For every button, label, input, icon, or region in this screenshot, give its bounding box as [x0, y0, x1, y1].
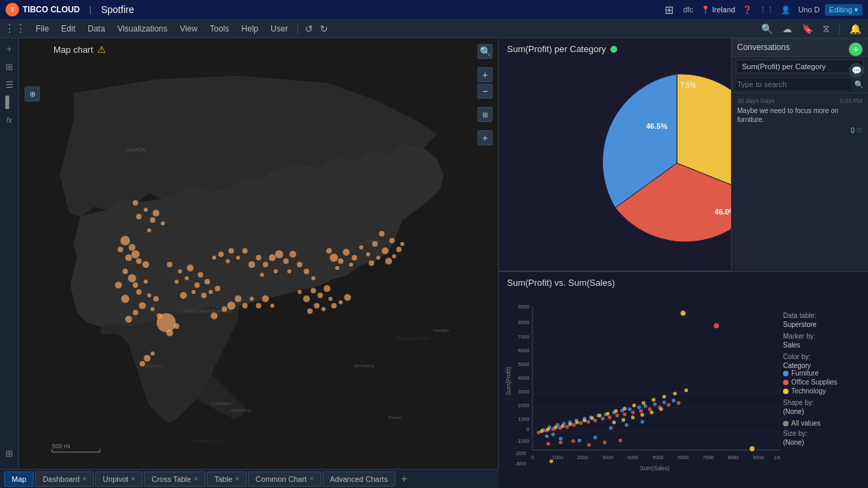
menu-visualizations[interactable]: Visualizations — [112, 23, 173, 35]
redo-icon[interactable]: ↻ — [317, 22, 331, 36]
menu-tools[interactable]: Tools — [204, 23, 234, 35]
tab-common-chart-close[interactable]: × — [310, 475, 314, 483]
conversations-title: Conversations — [737, 42, 790, 52]
tab-cross-table[interactable]: Cross Table × — [144, 472, 206, 487]
menu-edit[interactable]: Edit — [55, 23, 81, 35]
svg-point-218 — [614, 409, 617, 413]
svg-point-209 — [546, 428, 549, 431]
settings-panel-icon[interactable]: ⊞ — [2, 446, 17, 461]
svg-point-190 — [593, 419, 597, 422]
svg-text:0: 0 — [527, 426, 530, 432]
svg-text:6000: 6000 — [678, 454, 689, 461]
svg-text:Mexico City: Mexico City — [146, 364, 164, 368]
tab-common-chart[interactable]: Common Chart × — [248, 472, 321, 487]
tab-advanced-charts[interactable]: Advanced Charts — [323, 472, 395, 487]
tab-table-close[interactable]: × — [235, 475, 239, 483]
svg-point-51 — [256, 255, 262, 260]
help-icon[interactable]: ❓ — [741, 3, 754, 16]
legend-shape-by-value: (None) — [783, 408, 860, 415]
bookmark-icon[interactable]: 🔖 — [799, 22, 816, 36]
svg-point-194 — [623, 413, 626, 416]
svg-text:Caribbean Sea: Caribbean Sea — [190, 439, 223, 443]
undo-icon[interactable]: ↺ — [302, 22, 316, 36]
layers-panel-icon[interactable]: ⊞ — [2, 59, 17, 74]
barchart-panel-icon[interactable]: ▌ — [2, 95, 17, 110]
conversation-select[interactable]: Sum(Profit) per Category — [736, 60, 864, 73]
menu-drag-handle[interactable]: ⋮⋮ — [4, 22, 26, 35]
svg-point-168 — [628, 407, 631, 411]
tab-dashboard[interactable]: Dashboard × — [35, 472, 94, 487]
add-tab-btn[interactable]: + — [397, 472, 412, 487]
list-panel-icon[interactable]: ☰ — [2, 77, 17, 92]
map-zoom-out-btn[interactable]: − — [478, 84, 493, 99]
apps-icon[interactable]: ⋮⋮ — [760, 3, 773, 16]
tab-common-chart-label: Common Chart — [256, 475, 307, 483]
svg-point-179 — [609, 426, 612, 430]
tab-map[interactable]: Map — [4, 472, 34, 487]
conversation-bubble-icon[interactable]: 💬 — [849, 63, 864, 78]
conv-like-btn[interactable]: 0 ♡ — [851, 127, 863, 134]
conversation-search-icon[interactable]: 🔍 — [854, 80, 864, 89]
svg-point-112 — [226, 259, 230, 263]
svg-point-46 — [297, 262, 302, 267]
bell-icon[interactable]: 🔔 — [847, 22, 864, 36]
svg-point-67 — [118, 247, 123, 252]
svg-text:3000: 3000 — [602, 454, 613, 461]
user-icon[interactable]: 👤 — [779, 3, 793, 16]
svg-point-76 — [115, 282, 122, 289]
svg-point-18 — [385, 258, 392, 265]
map-add-layer-btn[interactable]: + — [478, 130, 493, 145]
svg-point-103 — [144, 208, 148, 212]
svg-point-78 — [121, 295, 129, 303]
tab-dashboard-close[interactable]: × — [82, 475, 86, 483]
svg-text:8000: 8000 — [518, 319, 529, 326]
svg-point-172 — [662, 400, 666, 404]
menu-user[interactable]: User — [265, 23, 293, 35]
formula-panel-icon[interactable]: fx — [2, 112, 17, 127]
map-fit-btn[interactable]: ⊞ — [478, 107, 493, 122]
svg-point-177 — [578, 439, 581, 442]
tab-cross-table-close[interactable]: × — [194, 475, 198, 483]
dfc-icon[interactable]: dfc — [682, 3, 695, 16]
cloud-icon[interactable]: ☁ — [780, 22, 795, 36]
svg-point-57 — [243, 303, 248, 308]
svg-point-79 — [147, 293, 151, 297]
svg-text:9000: 9000 — [753, 454, 764, 461]
map-layers-btn[interactable]: ⊕ — [25, 62, 40, 101]
conversation-search-input[interactable] — [736, 79, 852, 90]
svg-text:4000: 4000 — [518, 375, 529, 381]
svg-point-94 — [195, 282, 200, 288]
location-text: Ireland — [712, 5, 736, 14]
legend-size-by-label: Size by: — [783, 430, 860, 437]
main-layout: + ⊞ ☰ ▌ fx ⊞ Map chart ⚠ ⊕ — [0, 38, 868, 469]
map-zoom-in-btn[interactable]: + — [478, 67, 493, 82]
tab-table-label: Table — [214, 475, 232, 483]
menu-data[interactable]: Data — [82, 23, 110, 35]
menu-help[interactable]: Help — [236, 23, 264, 35]
tab-unpivot[interactable]: Unpivot × — [95, 472, 142, 487]
left-sidebar: + ⊞ ☰ ▌ fx ⊞ — [0, 38, 19, 469]
svg-point-170 — [643, 404, 647, 408]
tab-unpivot-close[interactable]: × — [131, 475, 135, 483]
filter-icon[interactable]: ⧖ — [820, 21, 832, 36]
tab-table[interactable]: Table × — [207, 472, 247, 487]
editing-badge[interactable]: Editing ▾ — [825, 4, 863, 16]
legend-data-table-label: Data table: — [783, 312, 860, 319]
new-conversation-btn[interactable]: + — [849, 42, 863, 56]
svg-point-227 — [749, 446, 754, 451]
svg-point-39 — [331, 303, 336, 308]
svg-point-180 — [625, 423, 628, 426]
menu-view[interactable]: View — [175, 23, 203, 35]
svg-point-181 — [641, 420, 644, 424]
menu-file[interactable]: File — [30, 23, 54, 35]
svg-point-36 — [297, 290, 301, 294]
grid-icon[interactable]: ⊞ — [662, 3, 676, 16]
svg-point-97 — [192, 290, 196, 294]
conversation-dropdown[interactable]: Sum(Profit) per Category — [736, 60, 864, 73]
search-menu-icon[interactable]: 🔍 — [758, 22, 776, 36]
map-search-btn[interactable]: 🔍 — [478, 44, 493, 59]
svg-point-75 — [144, 280, 148, 284]
tibco-cloud-icon: T — [5, 3, 19, 16]
add-panel-icon[interactable]: + — [2, 41, 17, 56]
furniture-label: Furniture — [791, 369, 819, 377]
